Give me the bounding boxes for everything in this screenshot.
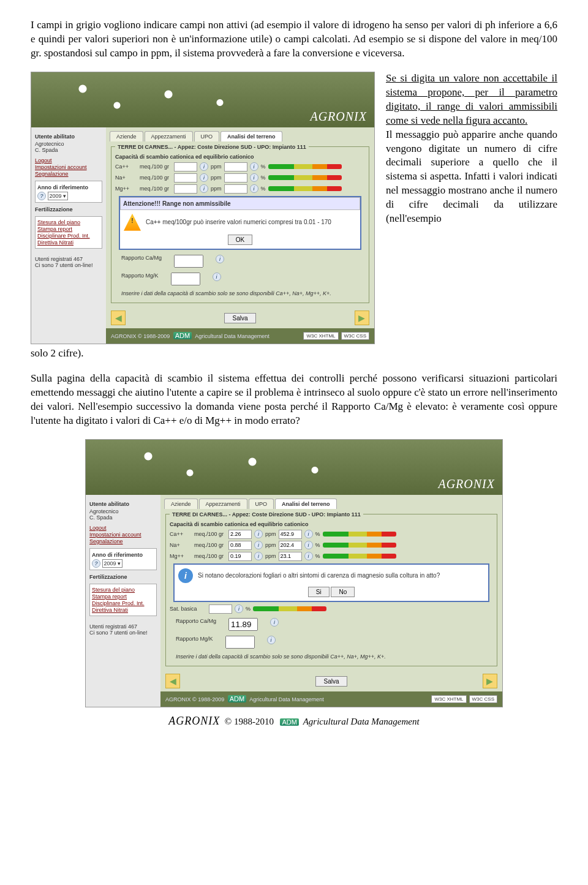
form-note: Inserire i dati della capacità di scambi… bbox=[115, 288, 365, 299]
no-button[interactable]: No bbox=[331, 587, 355, 597]
nitrati-link[interactable]: Direttiva Nitrati bbox=[37, 239, 100, 246]
info-icon[interactable]: i bbox=[200, 184, 208, 193]
prev-arrow[interactable]: ◀ bbox=[165, 674, 180, 688]
prev-arrow[interactable]: ◀ bbox=[111, 311, 126, 325]
tab-analisi[interactable]: Analisi del terreno bbox=[275, 499, 337, 509]
ratio-mgk-input[interactable] bbox=[225, 636, 255, 649]
info-icon[interactable]: i bbox=[213, 273, 221, 281]
mg-meq-input[interactable] bbox=[174, 184, 197, 194]
next-arrow[interactable]: ▶ bbox=[355, 311, 369, 325]
tab-aziende[interactable]: Aziende bbox=[164, 499, 198, 509]
next-arrow[interactable]: ▶ bbox=[483, 674, 497, 688]
tab-upo[interactable]: UPO bbox=[194, 131, 220, 141]
breadcrumb: TERRE DI CARNES... - Appez: Coste Direzi… bbox=[115, 144, 309, 150]
form-fieldset: TERRE DI CARNES... - Appez: Coste Direzi… bbox=[111, 144, 369, 303]
tab-appezzamenti[interactable]: Appezzamenti bbox=[145, 131, 193, 141]
yes-button[interactable]: Si bbox=[308, 587, 330, 597]
range-bar bbox=[268, 175, 342, 180]
ratio-camg-input[interactable] bbox=[228, 618, 258, 631]
fert-menu: Stesura del piano Stampa report Discipli… bbox=[35, 216, 102, 249]
sidebar: Utente abilitato Agrotecnico C. Spada Lo… bbox=[31, 127, 106, 344]
info-icon[interactable]: i bbox=[200, 162, 208, 171]
na-ppm-input[interactable] bbox=[224, 173, 247, 183]
warning-icon bbox=[124, 214, 141, 231]
users-registered: Utenti registrati 467 bbox=[35, 256, 102, 262]
mg-ppm-input[interactable] bbox=[224, 184, 247, 194]
brand-logo: AGRONIX bbox=[438, 477, 495, 491]
fert-header: Fertilizzazione bbox=[35, 206, 102, 213]
info-icon[interactable]: i bbox=[254, 541, 263, 549]
ratio-mgk-input[interactable] bbox=[171, 273, 200, 285]
nitrati-link[interactable]: Direttiva Nitrati bbox=[92, 607, 154, 613]
report-print-link[interactable]: Stampa report bbox=[92, 593, 154, 600]
tab-aziende[interactable]: Aziende bbox=[110, 131, 143, 141]
info-icon[interactable]: i bbox=[200, 173, 208, 182]
info-icon[interactable]: i bbox=[254, 530, 263, 538]
confirm-modal: iSi notano decolorazioni fogliari o altr… bbox=[173, 563, 489, 602]
range-bar bbox=[323, 554, 396, 559]
row-ca: Ca++meq./100 grippmi% bbox=[115, 162, 365, 171]
breadcrumb: TERRE DI CARNES... - Appez: Coste Direzi… bbox=[170, 511, 363, 518]
report-link[interactable]: Segnalazione bbox=[35, 171, 102, 177]
save-button[interactable]: Salva bbox=[315, 676, 347, 687]
help-icon[interactable]: ? bbox=[92, 559, 100, 568]
info-icon[interactable]: i bbox=[235, 604, 243, 613]
logout-link[interactable]: Logout bbox=[35, 157, 102, 164]
ca-ppm-input[interactable] bbox=[224, 162, 247, 171]
info-icon[interactable]: i bbox=[304, 552, 313, 560]
ca-meq-input[interactable] bbox=[174, 162, 197, 171]
report-print-link[interactable]: Stampa report bbox=[37, 226, 100, 232]
info-icon[interactable]: i bbox=[304, 541, 313, 549]
plan-link[interactable]: Stesura del piano bbox=[92, 587, 154, 593]
ca-meq-input[interactable] bbox=[228, 530, 252, 539]
info-icon[interactable]: i bbox=[250, 184, 258, 193]
na-meq-input[interactable] bbox=[228, 541, 252, 550]
main-panel: Aziende Appezzamenti UPO Analisi del ter… bbox=[106, 127, 374, 344]
ratio-camg-input[interactable] bbox=[174, 255, 203, 268]
info-icon[interactable]: i bbox=[304, 530, 313, 538]
disc-link[interactable]: Disciplinare Prod. Int. bbox=[92, 600, 154, 606]
mg-meq-input[interactable] bbox=[228, 552, 252, 561]
ca-ppm-input[interactable] bbox=[279, 530, 302, 539]
page-footer: AGRONIX © 1988-2010 ADM Agricultural Dat… bbox=[31, 707, 557, 735]
modal-text: Si notano decolorazioni fogliari o altri… bbox=[198, 572, 440, 579]
sat-input[interactable] bbox=[209, 604, 232, 614]
xhtml-badge: W3C XHTML bbox=[303, 332, 338, 340]
year-label: Anno di riferimento bbox=[37, 184, 100, 190]
mg-ppm-input[interactable] bbox=[279, 552, 302, 561]
info-icon[interactable]: i bbox=[250, 173, 258, 182]
tab-upo[interactable]: UPO bbox=[249, 499, 274, 509]
tab-appezzamenti[interactable]: Appezzamenti bbox=[199, 499, 247, 509]
year-select[interactable]: 2009 ▾ bbox=[48, 192, 69, 200]
modal-text: Ca++ meq/100gr può inserire valori numer… bbox=[146, 219, 331, 225]
sidebar: Utente abilitato Agrotecnico C. Spada Lo… bbox=[86, 495, 160, 707]
info-icon[interactable]: i bbox=[270, 618, 279, 627]
help-icon[interactable]: ? bbox=[37, 192, 46, 200]
row-mg: Mg++meq./100 grippmi% bbox=[115, 184, 365, 194]
info-icon[interactable]: i bbox=[250, 162, 258, 171]
css-badge: W3C CSS bbox=[341, 332, 369, 340]
ok-button[interactable]: OK bbox=[228, 235, 252, 245]
row-na: Na+meq./100 grippmi% bbox=[115, 173, 365, 183]
info-icon[interactable]: i bbox=[254, 552, 263, 560]
disc-link[interactable]: Disciplinare Prod. Int. bbox=[37, 233, 100, 239]
report-link[interactable]: Segnalazione bbox=[89, 538, 157, 544]
account-settings-link[interactable]: Impostazioni account bbox=[89, 532, 157, 538]
info-icon[interactable]: i bbox=[216, 255, 224, 263]
info-icon[interactable]: i bbox=[267, 636, 276, 644]
account-settings-link[interactable]: Impostazioni account bbox=[35, 164, 102, 170]
plan-link[interactable]: Stesura del piano bbox=[37, 219, 100, 225]
brand-logo: AGRONIX bbox=[310, 110, 367, 124]
na-meq-input[interactable] bbox=[174, 173, 197, 183]
user-name: C. Spada bbox=[35, 147, 102, 153]
logout-link[interactable]: Logout bbox=[89, 525, 157, 531]
warning-modal: Attenzione!!! Range non ammissibile Ca++… bbox=[119, 196, 361, 250]
tab-analisi[interactable]: Analisi del terreno bbox=[221, 131, 282, 141]
na-ppm-input[interactable] bbox=[279, 541, 302, 550]
paragraph-3: Sulla pagina della capacità di scambio i… bbox=[31, 372, 557, 428]
banner: AGRONIX bbox=[86, 440, 502, 495]
save-button[interactable]: Salva bbox=[224, 313, 255, 323]
side-text: Se si digita un valore non accettabile i… bbox=[386, 72, 557, 344]
year-select[interactable]: 2009 ▾ bbox=[102, 559, 123, 568]
year-box: Anno di riferimento ? 2009 ▾ bbox=[35, 181, 102, 203]
